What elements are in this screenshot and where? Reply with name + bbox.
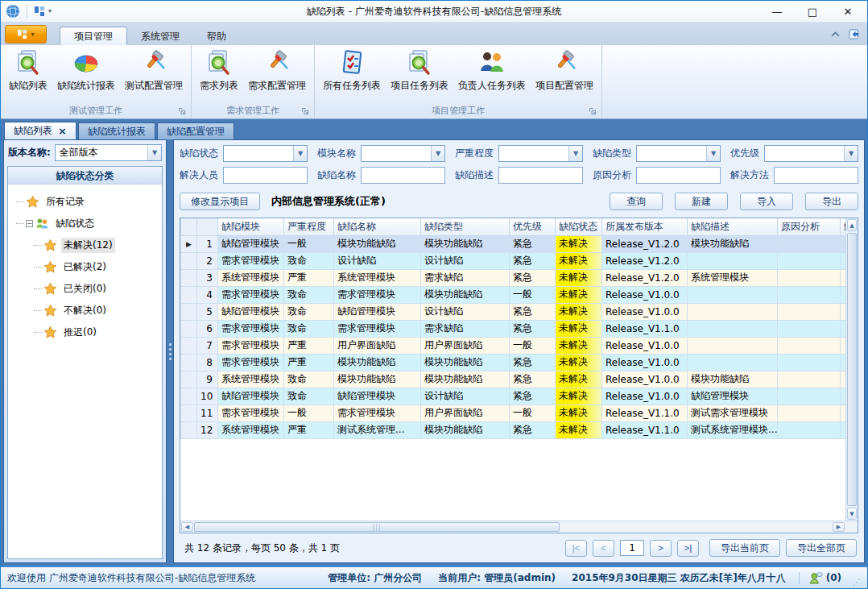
vertical-scrollbar[interactable]: ▲ ▼ [845, 218, 858, 521]
table-row[interactable]: ▶1缺陷管理模块一般模块功能缺陷模块功能缺陷紧急未解决Release_V1.2.… [181, 235, 846, 252]
ribbon-button[interactable]: 负责人任务列表 [454, 47, 530, 94]
dialog-launcher-icon[interactable] [589, 107, 597, 115]
new-button[interactable]: 新建 [675, 193, 728, 210]
document-tab[interactable]: 缺陷统计报表 [78, 122, 155, 139]
dialog-launcher-icon[interactable] [301, 107, 309, 115]
ribbon-button[interactable]: 项目任务列表 [386, 47, 453, 94]
scroll-right-icon[interactable]: ▶ [833, 522, 845, 532]
table-row[interactable]: 4需求管理模块致命需求管理模块模块功能缺陷一般未解决Release_V1.0.0 [181, 286, 846, 303]
table-row[interactable]: 5缺陷管理模块致命缺陷管理模块设计缺陷紧急未解决Release_V1.0.0 [181, 303, 846, 320]
export-current-page-button[interactable]: 导出当前页 [709, 539, 780, 557]
sidebar-splitter[interactable] [167, 139, 173, 563]
document-tab[interactable]: 缺陷配置管理 [157, 122, 234, 139]
table-row[interactable]: 3系统管理模块严重系统管理模块需求缺陷紧急未解决Release_V1.2.0系统… [181, 269, 846, 286]
tree-item[interactable]: 所有记录 [10, 191, 160, 213]
collapse-ribbon-icon[interactable] [830, 31, 841, 38]
ribbon-tab[interactable]: 帮助 [193, 27, 240, 45]
column-header[interactable]: 缺陷状态 [556, 218, 602, 235]
table-cell: 模块功能缺陷 [421, 354, 510, 371]
dialog-launcher-icon[interactable] [178, 107, 186, 115]
table-row[interactable]: 10缺陷管理模块致命缺陷管理模块设计缺陷紧急未解决Release_V1.0.0缺… [181, 388, 846, 404]
ribbon-button[interactable]: 需求列表 [196, 47, 242, 94]
column-header[interactable]: 缺陷类型 [421, 218, 510, 235]
tree-item[interactable]: 已关闭(0) [10, 278, 160, 300]
table-row[interactable]: 12系统管理模块严重测试系统管理...模块功能缺陷紧急未解决Release_V1… [181, 421, 846, 438]
filter-input[interactable] [362, 168, 444, 183]
tree-item[interactable]: 不解决(0) [10, 300, 160, 321]
ribbon-right-controls [830, 28, 861, 40]
version-combobox[interactable]: 全部版本 ▼ [55, 144, 162, 161]
close-button[interactable]: ✕ [830, 2, 866, 22]
scroll-down-icon[interactable]: ▼ [847, 508, 857, 520]
maximize-button[interactable]: □ [795, 2, 830, 22]
import-button[interactable]: 导入 [740, 193, 793, 210]
ribbon-button[interactable]: 需求配置管理 [244, 47, 310, 94]
horizontal-scrollbar[interactable]: ◀ ||| ▶ [180, 521, 858, 533]
scroll-left-icon[interactable]: ◀ [181, 522, 193, 532]
vertical-scroll-thumb[interactable] [847, 233, 857, 506]
table-row[interactable]: 7需求管理模块严重用户界面缺陷用户界面缺陷一般未解决Release_V1.0.0 [181, 337, 846, 354]
first-page-button[interactable]: |< [565, 540, 587, 557]
column-header[interactable]: 原因分析 [778, 218, 841, 235]
tree-item[interactable]: 已解决(2) [10, 256, 160, 278]
ribbon-tab[interactable]: 系统管理 [127, 27, 193, 45]
table-row[interactable]: 6需求管理模块致命需求管理模块需求缺陷紧急未解决Release_V1.1.0 [181, 320, 846, 337]
filter-combobox[interactable]: ▼ [636, 145, 721, 162]
column-header[interactable]: 缺陷描述 [688, 218, 778, 235]
table-cell: 紧急 [510, 252, 556, 269]
column-header[interactable]: 缺陷模块 [218, 218, 284, 235]
chevron-down-icon[interactable]: ▼ [293, 146, 307, 161]
horizontal-scroll-thumb[interactable]: ||| [194, 522, 560, 532]
ribbon-button[interactable]: 所有任务列表 [319, 47, 385, 94]
filter-combobox[interactable]: ▼ [498, 145, 583, 162]
query-button[interactable]: 查询 [610, 193, 663, 210]
ribbon-button[interactable]: 缺陷列表 [5, 47, 52, 94]
horizontal-scroll-track[interactable] [560, 521, 832, 533]
chevron-down-icon[interactable]: ▼ [844, 146, 858, 161]
filter-input[interactable] [224, 168, 307, 183]
close-tab-icon[interactable]: × [58, 126, 67, 136]
table-row[interactable]: 8需求管理模块严重模块功能缺陷模块功能缺陷紧急未解决Release_V1.0.0 [181, 354, 846, 371]
page-number-input[interactable] [620, 540, 644, 556]
chevron-down-icon[interactable]: ▼ [568, 146, 582, 161]
collapse-icon[interactable]: − [26, 220, 33, 227]
table-row[interactable]: 2需求管理模块致命设计缺陷设计缺陷紧急未解决Release_V1.2.0 [181, 252, 846, 269]
filter-combobox[interactable]: ▼ [361, 145, 445, 162]
help-icon[interactable] [849, 28, 861, 40]
document-tab[interactable]: 缺陷列表× [4, 122, 76, 139]
ribbon-tab[interactable]: 项目管理 [60, 27, 127, 45]
tree-item[interactable]: 推迟(0) [10, 321, 160, 343]
prev-page-button[interactable]: < [593, 540, 614, 557]
column-header[interactable]: 所属发布版本 [602, 218, 688, 235]
filter-input[interactable] [637, 168, 720, 183]
last-page-button[interactable]: >| [677, 540, 699, 557]
filter-combobox[interactable]: ▼ [764, 145, 858, 162]
chevron-down-icon[interactable]: ▼ [147, 145, 161, 160]
scroll-up-icon[interactable]: ▲ [847, 219, 857, 231]
tree-item[interactable]: −缺陷状态 [10, 213, 160, 234]
column-header[interactable]: 优先级 [510, 218, 556, 235]
export-button[interactable]: 导出 [805, 193, 858, 210]
resize-grip[interactable]: ⋰ [853, 577, 861, 588]
tree-item[interactable]: 未解决(12) [10, 234, 160, 256]
column-header[interactable]: 严重程度 [284, 218, 334, 235]
chevron-down-icon[interactable]: ▼ [431, 146, 444, 161]
chevron-down-icon[interactable]: ▼ [706, 146, 720, 161]
ribbon-button[interactable]: 缺陷统计报表 [53, 47, 119, 94]
minimize-button[interactable]: — [759, 2, 795, 22]
modify-columns-button[interactable]: 修改显示项目 [180, 193, 260, 210]
next-page-button[interactable]: > [650, 540, 672, 557]
ribbon-button[interactable]: 项目配置管理 [531, 47, 597, 94]
ribbon-button[interactable]: 测试配置管理 [121, 47, 187, 94]
export-all-pages-button[interactable]: 导出全部页 [786, 539, 857, 557]
table-cell: 需求管理模块 [334, 320, 421, 337]
column-header[interactable]: 缺陷名称 [334, 218, 421, 235]
application-menu-button[interactable]: ▾ [5, 25, 47, 44]
quick-access-button[interactable]: ▾ [34, 6, 52, 17]
filter-input[interactable] [499, 168, 582, 183]
online-users-icon[interactable] [809, 571, 823, 585]
table-row[interactable]: 9系统管理模块致命模块功能缺陷模块功能缺陷紧急未解决Release_V1.0.0… [181, 371, 846, 388]
table-row[interactable]: 11需求管理模块一般需求管理模块用户界面缺陷一般未解决Release_V1.1.… [181, 404, 846, 421]
filter-input[interactable] [775, 168, 858, 183]
filter-combobox[interactable]: ▼ [223, 145, 308, 162]
